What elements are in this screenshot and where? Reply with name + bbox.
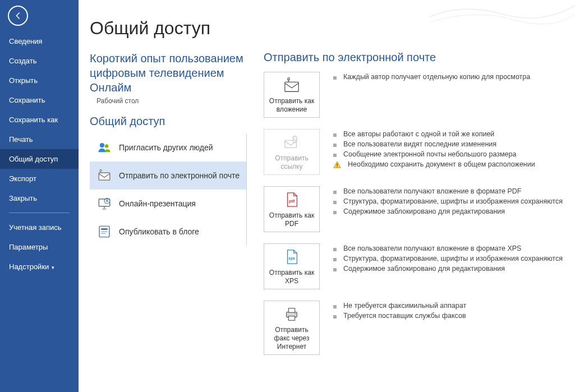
share-methods-list: Пригласить других людей Отправить по эле… (90, 133, 247, 246)
button-label: Отправить факс через Интернет (266, 326, 317, 351)
back-button[interactable] (8, 6, 28, 26)
svg-point-0 (100, 143, 104, 147)
arrow-left-icon (13, 11, 23, 21)
email-option-pdf: pdf Отправить как PDF Все пользователи п… (264, 186, 564, 232)
nav-print[interactable]: Печать (0, 130, 79, 149)
nav-save-as[interactable]: Сохранить как (0, 110, 79, 130)
svg-rect-9 (101, 233, 105, 234)
svg-point-20 (295, 313, 296, 314)
svg-rect-7 (101, 228, 107, 229)
chevron-down-icon: ▾ (50, 265, 54, 270)
warning-icon (333, 161, 341, 170)
svg-rect-2 (99, 173, 110, 180)
nav-info[interactable]: Сведения (0, 31, 79, 51)
nav-new[interactable]: Создать (0, 51, 79, 71)
document-location: Рабочий стол (96, 97, 247, 105)
svg-rect-13 (337, 163, 337, 165)
share-invite-people[interactable]: Пригласить других людей (90, 133, 247, 162)
share-item-label: Онлайн-презентация (119, 199, 196, 208)
share-blog[interactable]: Опубликовать в блоге (90, 218, 247, 246)
svg-rect-12 (285, 140, 297, 147)
svg-text:xps: xps (288, 256, 295, 261)
document-title: Короткий опыт пользованием цифровым теле… (90, 51, 247, 95)
share-item-label: Пригласить других людей (119, 143, 213, 152)
button-label: Отправить как XPS (266, 269, 317, 285)
blog-icon (95, 224, 113, 239)
nav-addins[interactable]: Надстройки ▾ (0, 257, 79, 276)
send-link-button: Отправить ссылку (264, 129, 320, 175)
nav-open[interactable]: Открыть (0, 71, 79, 90)
email-options-column: Отправить по электронной почте Отправить… (247, 51, 564, 366)
email-option-attachment: Отправить как вложение Каждый автор полу… (264, 72, 564, 118)
link-mail-icon (283, 133, 300, 152)
people-icon (95, 140, 113, 155)
backstage-sidebar: Сведения Создать Открыть Сохранить Сохра… (0, 0, 79, 392)
share-heading: Общий доступ (90, 115, 247, 128)
page-title: Общий доступ (90, 18, 564, 39)
send-as-xps-button[interactable]: xps Отправить как XPS (264, 243, 320, 289)
share-email[interactable]: Отправить по электронной почте (90, 162, 247, 190)
email-option-fax: Отправить факс через Интернет Не требует… (264, 301, 564, 355)
nav-export[interactable]: Экспорт (0, 169, 79, 188)
fax-printer-icon (283, 305, 300, 324)
option-bullets: Все пользователи получают вложение в фор… (333, 243, 563, 275)
nav-options[interactable]: Параметры (0, 237, 79, 257)
email-option-link: Отправить ссылку Все авторы работают с о… (264, 129, 564, 175)
share-present-online[interactable]: Онлайн-презентация (90, 190, 247, 218)
email-attachment-icon (95, 168, 113, 183)
share-item-label: Опубликовать в блоге (119, 227, 199, 236)
email-heading: Отправить по электронной почте (264, 51, 564, 64)
send-internet-fax-button[interactable]: Отправить факс через Интернет (264, 301, 320, 355)
svg-rect-14 (337, 167, 337, 167)
svg-rect-8 (101, 231, 107, 232)
backstage-main: Общий доступ Короткий опыт пользованием … (79, 0, 575, 392)
button-label: Отправить как вложение (266, 97, 317, 114)
email-option-xps: xps Отправить как XPS Все пользователи п… (264, 243, 564, 289)
svg-rect-18 (288, 308, 295, 313)
send-as-pdf-button[interactable]: pdf Отправить как PDF (264, 186, 320, 232)
svg-rect-19 (288, 316, 295, 321)
pdf-icon: pdf (283, 190, 300, 209)
button-label: Отправить ссылку (266, 154, 317, 171)
send-as-attachment-button[interactable]: Отправить как вложение (264, 72, 320, 118)
nav-account[interactable]: Учетная запись (0, 218, 79, 237)
svg-point-1 (105, 144, 109, 148)
button-label: Отправить как PDF (266, 211, 317, 228)
nav-save[interactable]: Сохранить (0, 90, 79, 110)
option-bullets: Не требуется факсимильный аппарат Требуе… (333, 301, 466, 322)
option-bullets: Все пользователи получают вложение в фор… (333, 186, 563, 218)
svg-text:pdf: pdf (289, 199, 295, 204)
presentation-icon (95, 196, 113, 211)
nav-separator (9, 213, 70, 213)
nav-close[interactable]: Закрыть (0, 188, 79, 208)
svg-point-3 (100, 169, 102, 171)
nav-share[interactable]: Общий доступ (0, 149, 79, 169)
share-left-column: Короткий опыт пользованием цифровым теле… (90, 51, 247, 366)
option-bullets: Каждый автор получает отдельную копию дл… (333, 72, 530, 83)
share-item-label: Отправить по электронной почте (119, 171, 240, 180)
svg-rect-10 (285, 82, 298, 91)
attachment-mail-icon (283, 76, 300, 95)
xps-icon: xps (283, 247, 300, 266)
option-bullets: Все авторы работают с одной и той же коп… (333, 129, 535, 173)
share-list-divider (246, 133, 247, 246)
